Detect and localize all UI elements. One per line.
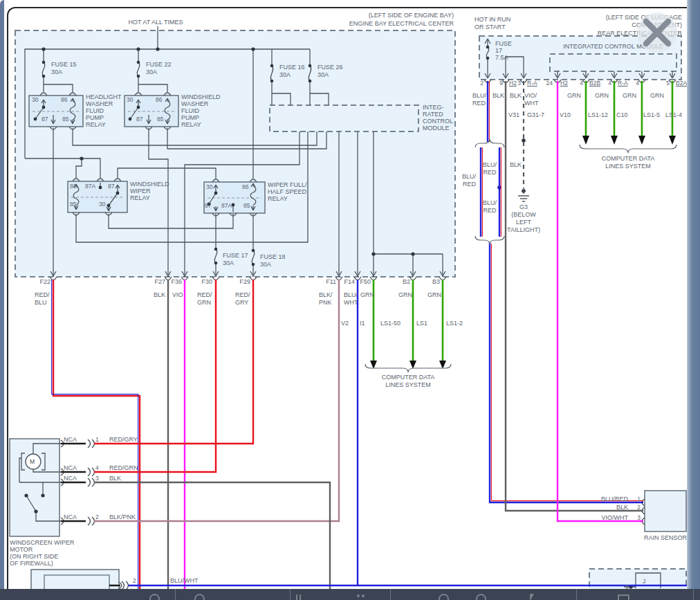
terminal-label: 87 [136, 116, 142, 122]
toolbar-divider [290, 589, 291, 600]
connector-label: R-A [618, 80, 628, 87]
window-right-edge [687, 0, 700, 589]
circuit-label: V31 [508, 111, 519, 118]
pin-label: F11 [315, 278, 336, 285]
wire-color-label: GRN [567, 92, 581, 99]
circuit-label: LS1-50 [380, 320, 400, 327]
fuse-26-label: FUSE 26 [317, 64, 343, 71]
circuit-label: G31-7 [527, 111, 544, 118]
toolbar-icon[interactable] [300, 594, 301, 600]
toolbar-icon[interactable] [476, 594, 486, 600]
wire-color-label: BLK [587, 504, 628, 511]
wire-color-label: BLU [35, 299, 47, 306]
fuse-22-label: FUSE 22 [146, 61, 172, 68]
icm-label-line: MODULE [423, 125, 450, 131]
rain-sensor-caption: RAIN SENSOR [644, 534, 687, 541]
wire-color-label: RED [472, 100, 486, 107]
wire-color-label: GRN [623, 92, 636, 99]
ground-label: (BELOW [496, 211, 551, 218]
engine-bay-title: ENGINE BAY ELECTRICAL CENTER [277, 20, 454, 27]
rain-sensor-box [645, 491, 686, 531]
toolbar-icon[interactable] [362, 594, 365, 597]
toolbar-divider [576, 589, 577, 600]
pin-label: B3 [419, 278, 440, 285]
wire-color-label: BLK [510, 92, 522, 99]
pin-number: 2 [475, 80, 483, 87]
module-label: J [643, 578, 645, 585]
toolbar-icon[interactable] [149, 594, 160, 600]
toolbar-divider [390, 589, 391, 600]
relay-name: FLUID [86, 107, 104, 114]
ground-label: TAILLIGHT) [496, 226, 551, 233]
pin-number: 24 [544, 80, 553, 87]
relay-name: RELAY [130, 194, 150, 201]
fuse-15-rating: 30A [51, 69, 62, 75]
connector-label: B2A [676, 80, 687, 87]
terminal-label: 86 [242, 183, 248, 190]
wire-color-label: BLK/ [319, 291, 333, 298]
wire-color-label: BLK [492, 92, 504, 99]
toolbar-icon[interactable] [439, 594, 449, 600]
terminal-label: 86 [61, 96, 67, 103]
ground-symbol [518, 188, 529, 201]
connector-label: B2B [589, 80, 600, 87]
toolbar-icon[interactable] [530, 594, 534, 600]
terminal-label: 87 [108, 183, 114, 190]
fuse-17-rating: 30A [223, 260, 234, 266]
wiper-motor-box [10, 439, 59, 536]
computer-data-lines-label: COMPUTER DATA [571, 155, 685, 162]
relay-name: WIPER FULL/ [268, 181, 307, 188]
pin-number: 3 [632, 514, 641, 521]
pin-number: 5 [663, 80, 670, 87]
fuse-18-rating: 30A [260, 261, 271, 268]
hot-in-run-label: OR START [475, 24, 506, 30]
wire-color-label: RED/ [197, 291, 212, 298]
wire-color-label: GRN [427, 291, 441, 298]
motor-caption: WINDSCREEN WIPER [10, 539, 75, 546]
circuit-label: LS1-5 [643, 111, 660, 118]
wire-color-label: RED/GRY [109, 436, 138, 443]
wire-color-label: VIO/WHT [587, 514, 628, 521]
toolbar-icon[interactable] [618, 594, 629, 600]
bottom-toolbar [0, 589, 700, 600]
computer-data-lines-label: COMPUTER DATA [351, 374, 465, 381]
toolbar-icon[interactable] [296, 594, 297, 600]
wire-color-label: BLK/PNK [109, 513, 136, 520]
close-icon[interactable] [633, 8, 681, 57]
relay-name: WINDSHIELD [181, 93, 221, 100]
fuse-22-rating: 30A [146, 69, 157, 75]
circuit-label: LS1-2 [446, 320, 463, 327]
wire-color-label: GRN [595, 92, 609, 99]
wire-color-label: RED/ [235, 291, 250, 298]
pin-number: 2 [133, 577, 136, 584]
terminal-label: 85 [62, 116, 68, 122]
wire-color-label: PNK [319, 299, 332, 306]
pin-number: 4 [576, 80, 583, 87]
connector-label: R-A [527, 80, 537, 87]
pin-number: 9 [495, 80, 503, 87]
terminal-label: 85 [70, 201, 76, 208]
fuse-16-rating: 30A [279, 71, 291, 78]
wire-color-label: GRY [235, 299, 248, 306]
motor-caption: OF FIREWALL) [10, 560, 53, 567]
rear-fuse-label: FUSE [495, 40, 512, 47]
relay-name: HALF SPEED [268, 188, 306, 195]
pin-number: 3 [95, 475, 99, 482]
wire-color-label: BLU/ [344, 291, 358, 298]
wire-color-label: RED/ [35, 291, 50, 298]
relay-name: FLUID [181, 107, 199, 114]
toolbar-icon[interactable] [357, 594, 360, 597]
circuit-label: C10 [616, 111, 628, 118]
circuit-label: I1 [360, 320, 365, 327]
fuse-26-rating: 30A [317, 71, 329, 78]
toolbar-icon[interactable] [194, 594, 205, 600]
terminal-label: 30 [32, 96, 38, 103]
relay-name: RELAY [181, 121, 201, 128]
motor-symbol: M [30, 458, 35, 465]
wire-color-label: BLU/RED [587, 496, 628, 502]
relay-name: WASHER [181, 100, 208, 107]
wire-color-label: BLU/ [477, 161, 502, 168]
wire-color-label: BLK [109, 475, 121, 482]
icm-label-line: CONTROL [423, 118, 453, 125]
icm-engine-bay-box [270, 105, 418, 131]
